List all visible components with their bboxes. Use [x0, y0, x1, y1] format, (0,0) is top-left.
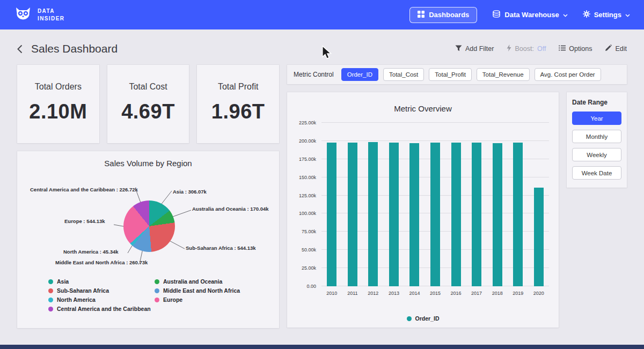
kpi-card-total-orders: Total Orders 2.10M [17, 65, 99, 143]
date-range-options: YearMonthlyWeeklyWeek Date [572, 112, 621, 180]
grid-icon [418, 11, 425, 19]
date-option-weekly[interactable]: Weekly [572, 148, 621, 161]
bar-column-2020: 2020 [528, 123, 549, 286]
legend-item-sub-saharan-africa: Sub-Saharan Africa [48, 287, 155, 294]
date-option-year[interactable]: Year [572, 112, 621, 125]
nav-dashboards[interactable]: Dashboards [409, 7, 477, 23]
legend-item-australia-and-oceania: Australia and Oceania [155, 278, 240, 285]
pie-label-middle-east-and-north-africa: Middle East and North Africa : 260.73k [55, 259, 148, 265]
legend-label: Europe [163, 296, 182, 303]
gear-icon [583, 10, 590, 19]
y-tick-label: 50.00k [302, 247, 316, 253]
bar-column-2019: 2019 [508, 123, 529, 286]
edit-label: Edit [615, 45, 627, 53]
boost-label: Boost: [515, 45, 533, 53]
bar-column-2013: 2013 [384, 123, 405, 286]
kpi-card-total-profit: Total Profit 1.96T [197, 65, 279, 143]
x-tick-label: 2015 [430, 291, 441, 296]
pie-label-central-america-and-the-caribbean: Central America and the Caribbean : 226.… [30, 187, 138, 192]
x-tick-label: 2012 [368, 291, 378, 296]
x-tick-label: 2011 [347, 291, 357, 296]
legend-dot [407, 316, 412, 321]
bar-2012[interactable] [368, 142, 378, 286]
nav-data-warehouse[interactable]: Data Warehouse [492, 10, 567, 20]
bar-2014[interactable] [409, 143, 419, 286]
bar-chart-plot: 2010201120122013201420152016201720182019… [321, 123, 549, 286]
legend-label: Middle East and North Africa [163, 287, 240, 294]
bar-columns: 2010201120122013201420152016201720182019… [321, 123, 549, 286]
list-icon [559, 45, 566, 53]
pie-legend: AsiaSub-Saharan AfricaNorth AmericaCentr… [17, 278, 279, 312]
y-tick-label: 125.00k [299, 193, 316, 198]
metric-chip-total-profit[interactable]: Total_Profit [429, 68, 472, 81]
edit-button[interactable]: Edit [605, 44, 627, 53]
page-header: Sales Dashboard Add Filter Boost: Off [0, 29, 644, 65]
date-option-monthly[interactable]: Monthly [572, 130, 621, 143]
legend-label: Sub-Saharan Africa [57, 287, 109, 294]
bar-2010[interactable] [327, 143, 336, 286]
x-tick-label: 2010 [326, 291, 337, 296]
legend-label: Asia [57, 278, 69, 285]
back-button[interactable] [17, 44, 23, 54]
bar-chart-body: 0.0025.00k50.00k75.00k100.00k125.00k150.… [297, 123, 549, 300]
bar-2020[interactable] [534, 188, 544, 286]
bar-2011[interactable] [348, 143, 357, 286]
metric-chip-total-cost[interactable]: Total_Cost [383, 68, 424, 81]
legend-item-asia: Asia [48, 278, 155, 285]
date-option-week-date[interactable]: Week Date [572, 166, 621, 180]
legend-dot [155, 288, 159, 293]
x-tick-label: 2018 [492, 291, 503, 296]
metric-chips: Order_IDTotal_CostTotal_ProfitTotal_Reve… [341, 68, 601, 81]
kpi-value: 4.69T [121, 100, 175, 123]
kpi-label: Total Cost [129, 82, 167, 92]
bar-column-2014: 2014 [404, 123, 425, 286]
brand-line2: INSIDER [38, 15, 64, 23]
bar-column-2010: 2010 [321, 123, 342, 286]
options-label: Options [569, 45, 592, 53]
legend-dot [48, 298, 53, 302]
bar-2016[interactable] [451, 143, 461, 286]
options-button[interactable]: Options [559, 45, 592, 53]
y-tick-label: 0.00 [306, 284, 316, 289]
chevron-down-icon [625, 11, 630, 19]
legend-dot [155, 298, 159, 302]
chevron-down-icon [563, 11, 568, 19]
bar-2019[interactable] [513, 143, 523, 286]
x-tick-label: 2014 [409, 291, 420, 296]
metric-chip-order-id[interactable]: Order_ID [341, 68, 378, 81]
x-tick-label: 2013 [389, 291, 399, 296]
x-tick-label: 2016 [451, 291, 462, 296]
y-tick-label: 100.00k [299, 211, 316, 216]
brand: DATA INSIDER [14, 6, 64, 24]
left-column: Total Orders 2.10M Total Cost 4.69T Tota… [17, 65, 279, 328]
metric-chip-total-revenue[interactable]: Total_Revenue [477, 68, 530, 81]
kpi-label: Total Orders [35, 82, 82, 92]
bar-2015[interactable] [430, 143, 440, 286]
kpi-card-total-cost: Total Cost 4.69T [107, 65, 189, 143]
nav-settings[interactable]: Settings [583, 10, 630, 19]
bar-2018[interactable] [493, 143, 502, 286]
pie-chart[interactable] [123, 201, 175, 252]
add-filter-button[interactable]: Add Filter [455, 45, 494, 53]
metric-chip-avg-cost-per-order[interactable]: Avg. Cost per Order [535, 68, 601, 81]
bar-column-2012: 2012 [363, 123, 384, 286]
legend-label: Order_ID [415, 315, 440, 322]
legend-label: Central America and the Caribbean [57, 306, 151, 312]
bar-2017[interactable] [472, 143, 481, 286]
y-tick-label: 175.00k [299, 157, 316, 162]
y-tick-label: 25.00k [302, 265, 316, 271]
pie-label-asia: Asia : 306.07k [173, 189, 207, 195]
nav-dashboards-label: Dashboards [429, 11, 469, 19]
sales-volume-card: Sales Volume by Region Asia : 306.07k [17, 151, 279, 328]
bar-column-2018: 2018 [487, 123, 508, 286]
brand-text: DATA INSIDER [38, 8, 64, 23]
bar-column-2015: 2015 [425, 123, 446, 286]
pie-label-europe: Europe : 544.13k [64, 218, 105, 224]
boost-toggle[interactable]: Boost: Off [507, 44, 546, 53]
bar-2013[interactable] [389, 143, 399, 286]
metric-control-bar: Metric Control Order_IDTotal_CostTotal_P… [287, 65, 627, 84]
y-tick-label: 150.00k [299, 175, 316, 180]
x-tick-label: 2017 [471, 291, 482, 296]
legend-label: North America [57, 296, 96, 303]
legend-item-central-america-and-the-caribbean: Central America and the Caribbean [48, 306, 155, 312]
